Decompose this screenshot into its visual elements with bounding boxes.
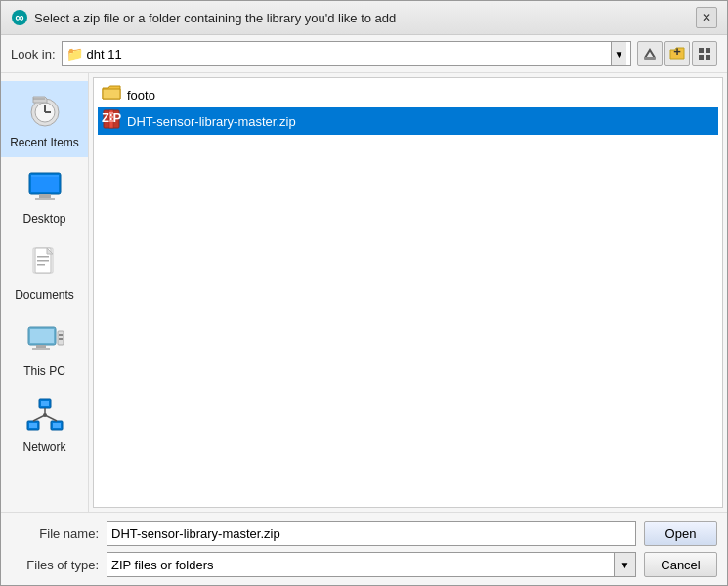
- list-item-name: DHT-sensor-library-master.zip: [127, 114, 296, 129]
- sidebar-item-network[interactable]: Network: [1, 386, 88, 462]
- svg-rect-27: [59, 334, 63, 336]
- close-button[interactable]: ✕: [696, 7, 717, 28]
- new-folder-button[interactable]: +: [664, 41, 690, 66]
- svg-rect-2: [644, 57, 656, 60]
- svg-rect-25: [32, 348, 50, 350]
- svg-rect-19: [37, 256, 49, 258]
- list-item-name: footo: [127, 88, 155, 103]
- svg-text:∞: ∞: [15, 10, 23, 24]
- dialog-title: Select a zip file or a folder containing…: [34, 11, 396, 25]
- folder-icon: 📁: [66, 46, 83, 62]
- title-bar-left: ∞ Select a zip file or a folder containi…: [11, 9, 396, 26]
- files-of-type-label: Files of type:: [11, 558, 99, 572]
- svg-rect-6: [699, 55, 704, 60]
- network-icon: [23, 394, 66, 437]
- file-name-row: File name: Open: [11, 521, 717, 546]
- svg-rect-44: [109, 120, 113, 122]
- sidebar-item-network-label: Network: [22, 440, 65, 454]
- svg-rect-5: [706, 48, 710, 53]
- thispc-icon: [23, 317, 66, 360]
- svg-rect-15: [35, 198, 55, 200]
- files-of-type-arrow[interactable]: ▼: [614, 553, 635, 576]
- svg-text:+: +: [673, 46, 681, 59]
- svg-rect-43: [109, 116, 113, 118]
- svg-point-38: [43, 413, 47, 417]
- svg-rect-4: [699, 48, 704, 53]
- toolbar-buttons: +: [637, 41, 717, 66]
- svg-rect-20: [37, 260, 49, 262]
- file-name-input[interactable]: [107, 521, 636, 546]
- file-name-label: File name:: [11, 526, 99, 541]
- sidebar-item-documents[interactable]: Documents: [1, 233, 88, 310]
- files-of-type-row: Files of type: ZIP files or folders ▼ Ca…: [11, 552, 717, 577]
- svg-rect-34: [53, 423, 61, 428]
- open-button[interactable]: Open: [644, 521, 717, 546]
- files-of-type-select[interactable]: ZIP files or folders ▼: [107, 552, 636, 577]
- sidebar-item-documents-label: Documents: [15, 288, 74, 302]
- cancel-button[interactable]: Cancel: [644, 552, 717, 577]
- svg-rect-16: [31, 175, 59, 177]
- svg-line-36: [33, 415, 45, 421]
- main-content: Recent Items Desktop: [1, 73, 727, 512]
- files-of-type-value: ZIP files or folders: [107, 558, 614, 572]
- svg-rect-32: [29, 423, 37, 428]
- documents-icon: [23, 241, 66, 284]
- view-icon: [697, 46, 712, 62]
- toolbar: Look in: 📁 dht 11 ▼ +: [1, 35, 727, 73]
- list-item[interactable]: ZIP DHT-sensor-library-master.zip: [98, 107, 718, 135]
- sidebar-item-recent[interactable]: Recent Items: [1, 81, 88, 157]
- svg-rect-24: [36, 345, 46, 348]
- sidebar-item-desktop-label: Desktop: [22, 212, 65, 226]
- file-area[interactable]: footo ZIP DHT-sensor-library-master.zip: [93, 77, 723, 508]
- up-button[interactable]: [637, 41, 663, 66]
- app-icon: ∞: [11, 9, 28, 26]
- list-item[interactable]: footo: [98, 82, 718, 107]
- current-folder-text: dht 11: [87, 47, 607, 62]
- desktop-icon: [23, 165, 66, 208]
- svg-rect-30: [41, 401, 49, 406]
- new-folder-icon: +: [669, 46, 685, 62]
- look-in-dropdown-arrow[interactable]: ▼: [611, 42, 626, 65]
- look-in-combo[interactable]: 📁 dht 11 ▼: [62, 41, 631, 66]
- sidebar-item-desktop[interactable]: Desktop: [1, 157, 88, 233]
- up-icon: [642, 46, 658, 62]
- svg-rect-7: [706, 55, 710, 60]
- folder-item-icon: [102, 84, 121, 105]
- recent-icon: [23, 89, 66, 132]
- sidebar: Recent Items Desktop: [1, 73, 89, 512]
- main-dialog: ∞ Select a zip file or a folder containi…: [0, 0, 728, 586]
- look-in-label: Look in:: [11, 47, 56, 62]
- sidebar-item-thispc[interactable]: This PC: [1, 310, 88, 386]
- svg-rect-23: [30, 329, 54, 343]
- view-button[interactable]: [692, 41, 717, 66]
- sidebar-item-thispc-label: This PC: [23, 364, 65, 378]
- title-bar: ∞ Select a zip file or a folder containi…: [1, 1, 727, 35]
- svg-rect-28: [59, 338, 63, 340]
- svg-rect-13: [31, 175, 59, 192]
- svg-line-37: [45, 415, 57, 421]
- zip-item-icon: ZIP: [102, 109, 121, 133]
- sidebar-item-recent-label: Recent Items: [10, 136, 79, 149]
- footer: File name: Open Files of type: ZIP files…: [1, 512, 727, 585]
- svg-rect-21: [37, 264, 45, 266]
- svg-rect-42: [109, 112, 113, 114]
- svg-rect-14: [39, 194, 51, 198]
